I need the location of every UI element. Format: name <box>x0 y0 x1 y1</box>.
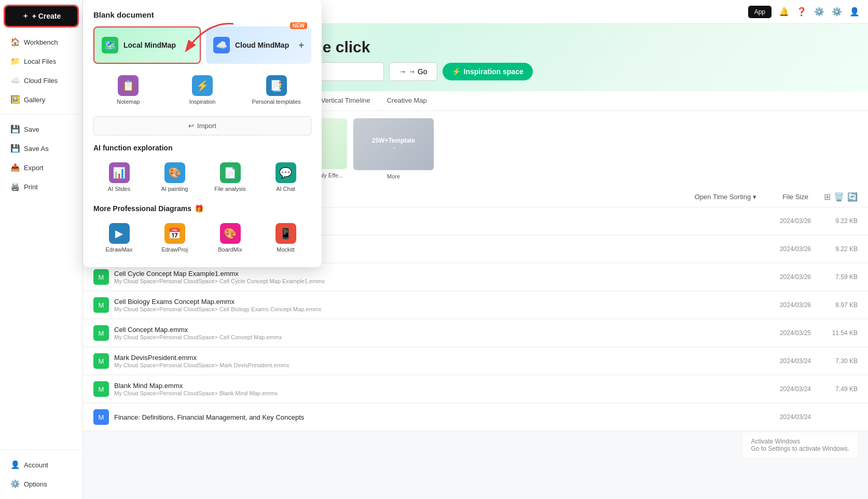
user-icon[interactable]: 👤 <box>849 7 860 17</box>
create-button[interactable]: ＋ + Create <box>5 6 77 26</box>
ai-painting-item[interactable]: 🎨 AI painting <box>149 158 200 196</box>
file-name: Cell Biology Exams Concept Map.emmx <box>114 298 749 306</box>
sidebar-item-save-as[interactable]: 💾 Save As <box>3 139 79 158</box>
settings-icon[interactable]: ⚙️ <box>814 7 824 17</box>
file-size: 7.49 KB <box>816 385 858 393</box>
file-icon: M <box>93 353 109 369</box>
ai-title-text: AI function exploration <box>93 144 172 152</box>
file-analysis-label: File analysis <box>214 186 246 192</box>
file-row[interactable]: M Cell Biology Exams Concept Map.emmx My… <box>83 292 868 319</box>
file-date: 2024/03/24 <box>754 357 811 365</box>
blank-doc-title: Blank document <box>93 10 311 19</box>
ai-slides-item[interactable]: 📊 AI Slides <box>93 158 145 196</box>
sidebar-item-export[interactable]: 📤 Export <box>3 158 79 177</box>
file-date: 2024/03/26 <box>754 245 811 253</box>
cloud-icon: ☁️ <box>10 76 20 85</box>
extensions-icon[interactable]: ⚙️ <box>832 7 842 17</box>
edrawproj-item[interactable]: 📅 EdrawProj <box>149 219 200 257</box>
file-row[interactable]: M Finance: Definitions, Financial Manage… <box>83 404 868 431</box>
notification-icon[interactable]: 🔔 <box>779 7 789 17</box>
ai-chat-label: AI Chat <box>276 186 295 192</box>
help-icon[interactable]: ❓ <box>796 7 807 17</box>
ai-chat-item[interactable]: 💬 AI Chat <box>260 158 311 196</box>
file-analysis-item[interactable]: 📄 File analysis <box>204 158 256 196</box>
file-path: My Cloud Space>Personal CloudSpace> Blan… <box>114 390 749 396</box>
pro-section-title: More Professional Diagrams 🎁 <box>93 204 311 213</box>
create-label: + Create <box>32 12 61 20</box>
boardmix-item[interactable]: 🎨 BoardMix <box>204 219 256 257</box>
file-row[interactable]: M Cell Concept Map.emmx My Cloud Space>P… <box>83 320 868 347</box>
import-label: Import <box>197 122 216 130</box>
chevron-down-icon: ▾ <box>753 193 756 201</box>
edrawmax-icon: ▶ <box>109 223 130 244</box>
file-date: 2024/03/24 <box>754 413 811 421</box>
sidebar-item-cloud-files[interactable]: ☁️ Cloud Files <box>3 71 79 90</box>
local-mindmap-label: Local MindMap <box>123 41 176 49</box>
sidebar-item-print[interactable]: 🖨️ Print <box>3 177 79 196</box>
file-row[interactable]: M Blank Mind Map.emmx My Cloud Space>Per… <box>83 376 868 403</box>
notemap-item[interactable]: 📋 Notemap <box>93 71 163 109</box>
file-row[interactable]: M Cell Cycle Concept Map Example1.emmx M… <box>83 264 868 291</box>
delete-icon[interactable]: 🗑️ <box>834 192 844 202</box>
ai-chat-icon: 💬 <box>275 162 296 183</box>
save-as-icon: 💾 <box>10 144 20 153</box>
hero-inspiration-button[interactable]: ⚡ Inspiration space <box>443 63 533 80</box>
file-size: 7.59 KB <box>816 273 858 281</box>
personal-templates-item[interactable]: 📑 Personal templates <box>241 71 311 109</box>
tab-creative-map[interactable]: Creative Map <box>378 91 435 110</box>
ai-slides-icon: 📊 <box>109 162 130 183</box>
folder-icon: 📁 <box>10 57 20 66</box>
file-date: 2024/03/24 <box>754 385 811 393</box>
inspiration-label: Inspiration <box>189 99 216 105</box>
tab-vertical-timeline[interactable]: Vertical Timeline <box>313 91 379 110</box>
local-mindmap-card[interactable]: 🗺️ Local MindMap + <box>93 26 201 64</box>
inspiration-item[interactable]: ⚡ Inspiration <box>168 71 238 109</box>
file-info: Cell Biology Exams Concept Map.emmx My C… <box>114 298 749 312</box>
sidebar-item-label: Local Files <box>24 58 56 65</box>
template-more-thumbnail: 25W+Template → <box>353 118 434 170</box>
sidebar-item-label: Print <box>24 183 38 191</box>
sidebar-item-label: Save <box>24 126 39 133</box>
sidebar-item-options[interactable]: ⚙️ Options <box>3 475 79 493</box>
cloud-mindmap-card[interactable]: NEW ☁️ Cloud MindMap + <box>206 26 311 64</box>
sort-label: Open Time Sorting <box>695 193 751 201</box>
sidebar-item-workbench[interactable]: 🏠 Workbench <box>3 33 79 51</box>
hero-go-button[interactable]: → → Go <box>389 62 437 81</box>
sidebar-item-gallery[interactable]: 🖼️ Gallery <box>3 90 79 109</box>
options-icon: ⚙️ <box>10 479 20 489</box>
sort-button[interactable]: Open Time Sorting ▾ <box>695 193 756 201</box>
sidebar-item-label: Export <box>24 164 44 172</box>
edrawproj-label: EdrawProj <box>161 246 188 253</box>
file-row[interactable]: M Mark DevisPresident.emmx My Cloud Spac… <box>83 348 868 375</box>
sidebar-item-account[interactable]: 👤 Account <box>3 455 79 474</box>
refresh-icon[interactable]: 🔄 <box>847 192 858 202</box>
go-label: → Go <box>408 67 428 76</box>
new-badge: NEW <box>290 22 307 29</box>
sidebar-item-local-files[interactable]: 📁 Local Files <box>3 52 79 71</box>
account-label: Account <box>24 461 48 469</box>
file-size: 9.22 KB <box>816 217 858 225</box>
file-size: 11.54 KB <box>816 329 858 337</box>
mockitt-item[interactable]: 📱 Mockitt <box>260 219 311 257</box>
notemap-label: Notemap <box>117 99 140 105</box>
gallery-icon: 🖼️ <box>10 95 20 104</box>
blank-doc-cards: 🗺️ Local MindMap + NEW ☁️ Cloud MindMap … <box>93 26 311 64</box>
ai-painting-icon: 🎨 <box>164 162 185 183</box>
sidebar-item-save[interactable]: 💾 Save <box>3 120 79 138</box>
template-card-more[interactable]: 25W+Template → More <box>353 118 434 179</box>
grid-view-icon[interactable]: ⊞ <box>824 192 831 202</box>
lightning-icon: ⚡ <box>452 67 461 76</box>
file-date: 2024/03/26 <box>754 301 811 309</box>
local-mindmap-plus-icon: + <box>187 40 192 51</box>
file-name: Cell Cycle Concept Map Example1.emmx <box>114 270 749 278</box>
personal-templates-label: Personal templates <box>252 99 301 105</box>
file-path: My Cloud Space>Personal CloudSpace> Cell… <box>114 334 749 340</box>
ai-section-title: AI function exploration <box>93 144 311 152</box>
workbench-icon: 🏠 <box>10 37 20 47</box>
file-date: 2024/03/26 <box>754 273 811 281</box>
notemap-icon: 📋 <box>118 75 139 96</box>
import-button[interactable]: ↩ Import <box>93 116 311 135</box>
edrawmax-item[interactable]: ▶ EdrawMax <box>93 219 145 257</box>
app-button[interactable]: App <box>748 6 771 18</box>
export-icon: 📤 <box>10 163 20 172</box>
